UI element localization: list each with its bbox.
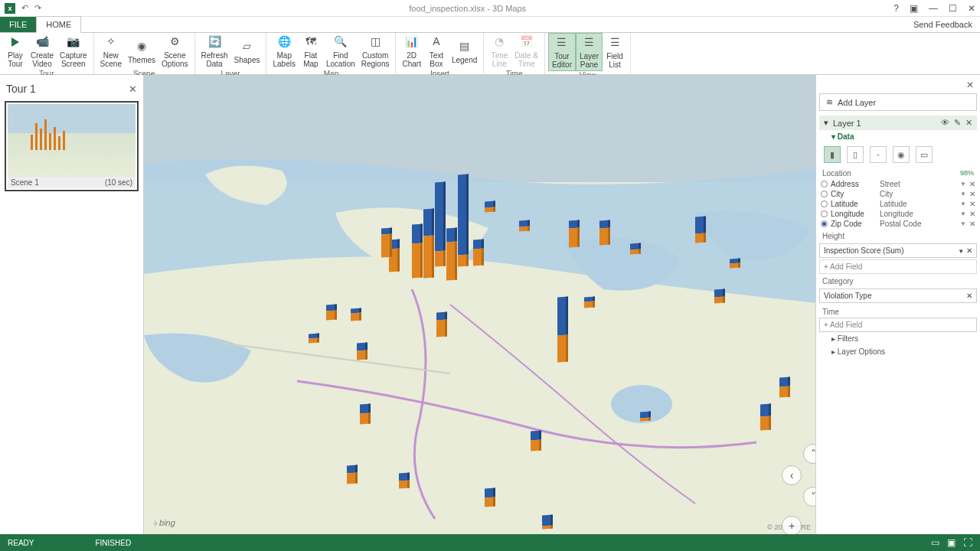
zoom-in-button[interactable]: + xyxy=(782,516,802,534)
remove-icon[interactable]: ✕ xyxy=(969,190,975,198)
region-icon[interactable]: ▭ xyxy=(916,146,933,163)
layer-header[interactable]: ▾ Layer 1 👁 ✎ ✕ xyxy=(819,116,977,130)
tab-file[interactable]: FILE xyxy=(0,17,36,32)
stacked-column-icon[interactable]: ▮ xyxy=(824,146,841,163)
field-type[interactable]: Street xyxy=(880,180,957,188)
layer-pane-button[interactable]: ☰Layer Pane xyxy=(576,33,603,71)
shapes-button[interactable]: ▱Shapes xyxy=(231,37,263,66)
play-icon xyxy=(11,37,19,47)
time-add-field[interactable]: + Add Field xyxy=(819,318,977,332)
themes-icon: ◉ xyxy=(134,39,149,54)
radio-icon[interactable] xyxy=(821,191,828,197)
location-field-row[interactable]: City City ▼ ✕ xyxy=(819,189,977,199)
redo-icon[interactable]: ↷ xyxy=(34,3,41,13)
close-icon[interactable]: ✕ xyxy=(968,3,975,14)
clustered-column-icon[interactable]: ▯ xyxy=(847,146,864,163)
height-add-field[interactable]: + Add Field xyxy=(819,259,977,274)
location-field-row[interactable]: Longitude Longitude ▼ ✕ xyxy=(819,209,977,219)
layer-pane-close-icon[interactable]: ✕ xyxy=(966,80,974,90)
data-bar xyxy=(779,377,790,398)
2d-chart-button[interactable]: 📊2D Chart xyxy=(399,33,423,70)
delete-layer-icon[interactable]: ✕ xyxy=(965,118,972,128)
add-layer-button[interactable]: ≋ Add Layer xyxy=(819,93,977,111)
field-type[interactable]: Longitude xyxy=(880,210,957,218)
remove-icon[interactable]: ✕ xyxy=(969,200,975,208)
status-icon-3[interactable]: ⛶ xyxy=(963,537,972,548)
status-icon-1[interactable]: ▭ xyxy=(931,537,939,548)
options-icon: ⚙ xyxy=(167,34,182,50)
custom-regions-button[interactable]: ◫Custom Regions xyxy=(358,33,393,70)
field-type[interactable]: Postal Code xyxy=(880,220,957,228)
excel-icon: x xyxy=(5,3,15,14)
data-bar xyxy=(695,217,706,243)
filters-section[interactable]: ▸ Filters xyxy=(819,332,977,345)
geocode-pct[interactable]: 98% xyxy=(960,169,974,178)
collapse-icon[interactable]: ▾ xyxy=(824,118,828,128)
radio-icon[interactable] xyxy=(821,201,828,207)
height-field[interactable]: Inspection Score (Sum) ▼ ✕ xyxy=(819,243,977,258)
create-video-button[interactable]: 📹Create Video xyxy=(28,33,57,70)
radio-icon[interactable] xyxy=(821,210,828,217)
themes-button[interactable]: ◉Themes xyxy=(125,37,158,66)
dropdown-icon[interactable]: ▼ xyxy=(960,201,966,207)
dropdown-icon[interactable]: ▼ xyxy=(958,248,964,255)
scene-thumbnail[interactable]: 1 Scene 1 (10 sec) xyxy=(5,101,139,191)
radio-icon[interactable] xyxy=(821,220,828,227)
new-scene-button[interactable]: ✧New Scene xyxy=(97,33,125,70)
flat-map-button[interactable]: 🗺Flat Map xyxy=(299,33,323,70)
tour-panel-close-icon[interactable]: ✕ xyxy=(129,83,137,95)
data-bar xyxy=(760,404,771,431)
data-bar xyxy=(730,259,740,269)
capture-screen-button[interactable]: 📷Capture Screen xyxy=(57,33,90,70)
send-feedback-link[interactable]: Send Feedback xyxy=(913,20,972,29)
field-type[interactable]: City xyxy=(880,190,957,198)
rotate-left-button[interactable]: ‹ xyxy=(782,465,802,485)
refresh-data-button[interactable]: 🔄Refresh Data xyxy=(198,33,231,70)
dropdown-icon[interactable]: ▼ xyxy=(960,181,966,187)
remove-icon[interactable]: ✕ xyxy=(969,210,975,218)
dropdown-icon[interactable]: ▼ xyxy=(960,220,966,227)
location-field-row[interactable]: Latitude Latitude ▼ ✕ xyxy=(819,199,977,209)
visibility-icon[interactable]: 👁 xyxy=(941,118,949,128)
field-type[interactable]: Latitude xyxy=(880,200,957,208)
status-icon-2[interactable]: ▣ xyxy=(947,537,956,548)
field-list-button[interactable]: ☰Field List xyxy=(603,34,627,70)
remove-field-icon[interactable]: ✕ xyxy=(966,246,972,255)
layer-options-section[interactable]: ▸ Layer Options xyxy=(819,345,977,358)
remove-icon[interactable]: ✕ xyxy=(969,220,975,228)
layer-name: Layer 1 xyxy=(833,119,861,128)
dropdown-icon[interactable]: ▼ xyxy=(960,210,966,217)
find-location-button[interactable]: 🔍Find Location xyxy=(323,33,358,70)
map-labels-button[interactable]: 🌐Map Labels xyxy=(270,33,298,70)
time-label: Time xyxy=(822,308,839,316)
category-field[interactable]: Violation Type ✕ xyxy=(819,289,977,303)
map-view[interactable]: ♭ bing © 2019 HERE ˄ ‹ › ˅ + − xyxy=(144,75,815,534)
help-icon[interactable]: ? xyxy=(893,3,899,14)
location-field-row[interactable]: Address Street ▼ ✕ xyxy=(819,179,977,189)
bubble-icon[interactable]: ◦ xyxy=(870,146,887,163)
undo-icon[interactable]: ↶ xyxy=(21,3,28,13)
tab-home[interactable]: HOME xyxy=(36,16,81,33)
ribbon-options-icon[interactable]: ▣ xyxy=(910,3,918,14)
data-bar xyxy=(381,228,392,258)
edit-icon[interactable]: ✎ xyxy=(954,118,961,128)
title-bar: x ↶ ↷ food_inspection.xlsx - 3D Maps ? ▣… xyxy=(0,0,980,17)
data-bar xyxy=(446,228,457,281)
remove-icon[interactable]: ✕ xyxy=(969,180,975,188)
maximize-icon[interactable]: ☐ xyxy=(949,3,957,14)
data-section[interactable]: ▾ Data xyxy=(819,130,977,143)
tour-editor-icon: ☰ xyxy=(554,35,570,51)
timeline-icon: ◔ xyxy=(492,34,507,50)
bing-logo: ♭ bing xyxy=(153,518,175,528)
text-box-button[interactable]: AText Box xyxy=(424,33,449,70)
remove-category-icon[interactable]: ✕ xyxy=(966,292,972,300)
scene-options-button[interactable]: ⚙Scene Options xyxy=(158,33,191,70)
dropdown-icon[interactable]: ▼ xyxy=(960,191,966,197)
minimize-icon[interactable]: — xyxy=(929,3,938,14)
radio-icon[interactable] xyxy=(821,181,828,187)
play-tour-button[interactable]: Play Tour xyxy=(3,33,28,70)
location-field-row[interactable]: Zip Code Postal Code ▼ ✕ xyxy=(819,219,977,229)
legend-button[interactable]: ▤Legend xyxy=(449,37,480,66)
tour-editor-button[interactable]: ☰Tour Editor xyxy=(548,33,576,71)
heatmap-icon[interactable]: ◉ xyxy=(893,146,910,163)
